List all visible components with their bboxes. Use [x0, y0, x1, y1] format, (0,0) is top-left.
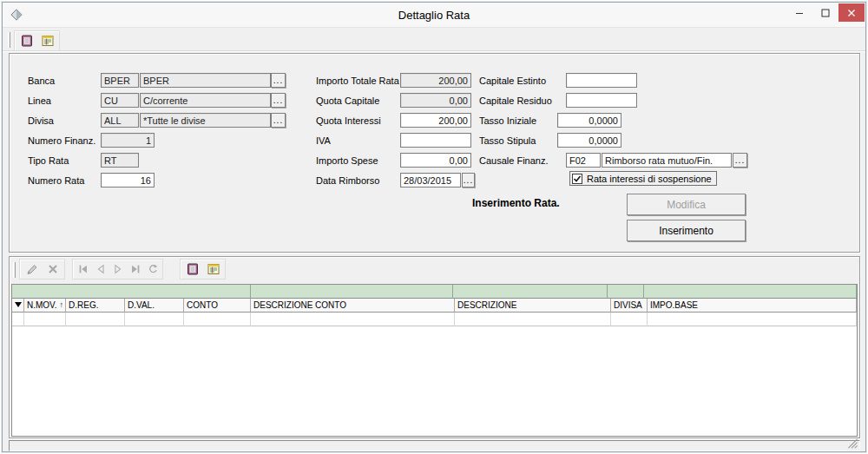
status-bar — [9, 440, 860, 451]
column-header-impobase[interactable]: IMPO.BASE — [648, 299, 857, 313]
importo-spese-input[interactable] — [400, 153, 471, 168]
grid-column-header-row: N.MOV. ↑ D.REG. D.VAL. CONTO DESCRIZIONE… — [12, 299, 857, 313]
tipo-rata-label: Tipo Rata — [28, 155, 69, 166]
grid-journal-page-button[interactable] — [203, 260, 223, 278]
column-label: N.MOV. — [27, 300, 57, 312]
titlebar[interactable]: Dettaglio Rata — [3, 3, 865, 28]
group-cell — [644, 285, 857, 299]
column-header-divisa[interactable]: DIVISA — [611, 299, 648, 313]
column-header-dval[interactable]: D.VAL. — [125, 299, 184, 313]
grid-cell — [648, 313, 857, 326]
group-cell — [12, 285, 251, 299]
row-marker-cell — [12, 299, 24, 313]
minimize-button[interactable] — [786, 3, 812, 22]
close-button[interactable] — [838, 3, 865, 22]
inserimento-button[interactable]: Inserimento — [627, 220, 746, 241]
nav-next-icon — [112, 263, 124, 275]
capitale-residuo-label: Capitale Residuo — [479, 95, 552, 106]
linea-desc-input[interactable] — [140, 93, 271, 108]
main-toolbar — [3, 29, 865, 51]
ledger-book-icon — [186, 262, 200, 276]
checkbox-checked-icon — [573, 174, 582, 183]
mode-status-text: Inserimento Rata. — [472, 197, 560, 209]
journal-page-icon — [207, 262, 220, 276]
grid-cell — [611, 313, 648, 326]
column-header-descrizione-conto[interactable]: DESCRIZIONE CONTO — [251, 299, 455, 313]
column-label: DESCRIZIONE CONTO — [253, 300, 346, 312]
delete-row-button[interactable] — [43, 260, 62, 278]
quota-capitale-label: Quota Capitale — [316, 95, 379, 106]
dettaglio-rata-window: Dettaglio Rata — [2, 2, 866, 452]
quota-capitale-input[interactable] — [400, 93, 471, 108]
nav-first-button[interactable] — [75, 260, 91, 278]
grid-cell — [125, 313, 184, 326]
window-title: Dettaglio Rata — [3, 9, 865, 22]
data-rimborso-lookup-button[interactable]: ... — [462, 173, 475, 188]
journal-page-icon — [41, 34, 55, 48]
group-cell — [251, 285, 453, 299]
form-panel: Banca ... Linea ... Divisa ... Numero Fi… — [9, 53, 860, 253]
linea-label: Linea — [28, 95, 51, 106]
capitale-residuo-input[interactable] — [566, 93, 637, 108]
grid-edit-group — [19, 259, 65, 280]
numero-rata-label: Numero Rata — [28, 175, 84, 186]
causale-finanz-desc-input[interactable] — [602, 153, 732, 168]
banca-lookup-button[interactable]: ... — [271, 73, 286, 88]
rata-sospensione-checkbox[interactable]: Rata interessi di sospensione — [569, 171, 717, 186]
capitale-estinto-label: Capitale Estinto — [479, 76, 546, 86]
group-cell — [608, 285, 644, 299]
ledger-book-button[interactable] — [16, 32, 36, 49]
column-header-dreg[interactable]: D.REG. — [66, 299, 125, 313]
nav-prev-button[interactable] — [92, 260, 108, 278]
journal-page-button[interactable] — [37, 32, 57, 49]
column-label: DESCRIZIONE — [457, 300, 516, 312]
edit-row-button[interactable] — [22, 260, 42, 278]
numero-finanz-input[interactable] — [101, 133, 155, 148]
maximize-button[interactable] — [812, 3, 838, 22]
importo-totale-rata-input[interactable] — [400, 73, 471, 88]
divisa-lookup-button[interactable]: ... — [271, 113, 286, 128]
grid-books-group — [180, 259, 226, 280]
ledger-book-icon — [20, 34, 34, 48]
causale-finanz-code-input[interactable] — [566, 153, 601, 168]
column-header-nmov[interactable]: N.MOV. ↑ — [24, 299, 66, 313]
iva-input[interactable] — [400, 133, 471, 148]
delete-x-icon — [46, 262, 60, 276]
tasso-stipula-input[interactable] — [557, 133, 621, 148]
modifica-button[interactable]: Modifica — [627, 194, 746, 215]
linea-lookup-button[interactable]: ... — [271, 93, 286, 108]
nav-last-button[interactable] — [127, 260, 143, 278]
causale-finanz-label: Causale Finanz. — [479, 155, 549, 166]
refresh-button[interactable] — [144, 260, 161, 278]
importo-spese-label: Importo Spese — [316, 155, 378, 166]
quota-interessi-input[interactable] — [400, 113, 471, 128]
divisa-code-input[interactable] — [101, 113, 139, 128]
linea-code-input[interactable] — [101, 93, 139, 108]
tasso-iniziale-input[interactable] — [557, 113, 621, 128]
causale-finanz-lookup-button[interactable]: ... — [733, 153, 747, 168]
divisa-desc-input[interactable] — [140, 113, 271, 128]
nav-next-button[interactable] — [109, 260, 126, 278]
data-rimborso-label: Data Rimborso — [316, 175, 379, 186]
column-header-conto[interactable]: CONTO — [184, 299, 251, 313]
tasso-iniziale-label: Tasso Iniziale — [479, 115, 536, 126]
edit-pencil-icon — [25, 262, 39, 276]
banca-desc-input[interactable] — [140, 73, 271, 88]
capitale-estinto-input[interactable] — [566, 73, 637, 88]
banca-code-input[interactable] — [101, 73, 139, 88]
grid-empty-row[interactable] — [12, 313, 857, 326]
grid-cell — [66, 313, 125, 326]
numero-rata-input[interactable] — [101, 173, 155, 188]
banca-label: Banca — [28, 76, 55, 86]
nav-last-icon — [129, 263, 141, 275]
resize-grip-icon[interactable] — [847, 438, 858, 451]
data-rimborso-input[interactable] — [400, 173, 461, 188]
toolbar-grip — [8, 32, 10, 48]
grid-ledger-book-button[interactable] — [182, 260, 202, 278]
column-header-descrizione[interactable]: DESCRIZIONE — [455, 299, 611, 313]
movements-grid: N.MOV. ↑ D.REG. D.VAL. CONTO DESCRIZIONE… — [11, 284, 858, 437]
grid-cell — [24, 313, 66, 326]
tipo-rata-input[interactable] — [101, 153, 139, 168]
nav-first-icon — [77, 263, 89, 275]
group-cell — [453, 285, 608, 299]
